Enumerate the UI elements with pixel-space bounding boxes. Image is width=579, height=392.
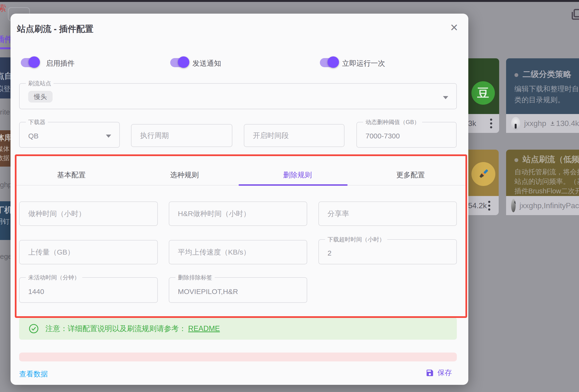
background-left-text-ghp: ghp xyxy=(0,181,12,189)
card-desc: 站点的访问频率。（基 xyxy=(514,177,579,187)
card-desc: 自动托管刷流，将会提 xyxy=(514,167,579,177)
card-title: 站点刷流（低频 xyxy=(523,154,579,165)
brush-sites-label: 刷流站点 xyxy=(26,80,54,86)
overlap-windows-icon xyxy=(571,9,579,21)
chevron-down-icon xyxy=(106,134,111,138)
hr-seed-time-input[interactable] xyxy=(169,202,307,225)
author-avatar xyxy=(511,199,516,212)
download-count: 130.4k xyxy=(556,119,579,128)
enable-plugin-label: 启用插件 xyxy=(46,59,74,68)
plugin-config-dialog: 站点刷流 - 插件配置 ✕ 启用插件 发送通知 立即运行一次 刷流站点 慢头 下… xyxy=(10,14,468,385)
hr-seed-time-field[interactable] xyxy=(169,201,307,226)
avg-upload-speed-input[interactable] xyxy=(169,241,307,264)
author-name: jxxghp xyxy=(524,119,546,128)
notice-prefix: 注意：详细配置说明以及刷流规则请参考： xyxy=(45,324,186,333)
background-card-left-3: 丁机 用钉 xyxy=(0,201,11,240)
inactive-time-input[interactable] xyxy=(20,286,157,297)
author-avatar xyxy=(511,117,520,130)
active-tab-indicator xyxy=(239,184,348,186)
bullet-icon xyxy=(514,73,518,77)
chevron-down-icon xyxy=(443,96,448,99)
background-left-glyph: 索 xyxy=(0,3,6,14)
run-once-toggle[interactable] xyxy=(320,57,338,67)
kebab-menu-icon xyxy=(488,201,490,211)
tab-label: 更多配置 xyxy=(396,170,425,180)
run-once-label: 立即运行一次 xyxy=(342,59,385,68)
paintbrush-icon xyxy=(476,167,490,181)
cron-input[interactable] xyxy=(132,125,232,146)
seed-time-field[interactable] xyxy=(19,201,158,226)
card-desc: 编辑下载和整理时自动分 xyxy=(514,84,579,94)
close-icon[interactable]: ✕ xyxy=(450,23,458,33)
download-count: 54.2k xyxy=(468,201,487,210)
download-icon xyxy=(550,120,555,127)
download-timeout-label: 下载超时时间（小时） xyxy=(325,237,387,242)
send-notification-toggle[interactable] xyxy=(170,57,188,67)
time-range-input[interactable] xyxy=(244,125,344,146)
check-circle-icon xyxy=(28,323,39,334)
background-card-left-2: 体库 媒体 数据 xyxy=(0,130,11,167)
background-card-brushflow-footer: jxxghp,InfinityPac xyxy=(506,196,579,215)
exclude-tags-field[interactable]: 删除排除标签 xyxy=(169,275,307,303)
downloader-label: 下载器 xyxy=(26,119,48,125)
douban-icon: 豆 xyxy=(477,85,489,101)
floppy-save-icon xyxy=(426,369,434,377)
tab-delete-rules[interactable]: 删除规则 xyxy=(241,165,354,185)
screen: 索 插件 点自 拟登 rite 体库 媒体 数据 ghp 丁机 用钉 ege 豆… xyxy=(0,0,579,392)
background-card-left-2-text2: 媒体 xyxy=(0,145,9,153)
background-card-brushflow: 站点刷流（低频 自动托管刷流，将会提 站点的访问频率。（基 插件BrushFlo… xyxy=(506,150,579,196)
card-title: 二级分类策略 xyxy=(523,69,571,80)
download-count: 3k xyxy=(468,119,476,128)
card-desc: 类的目录规则。 xyxy=(514,95,565,105)
site-chip[interactable]: 慢头 xyxy=(28,91,53,103)
tab-label: 删除规则 xyxy=(283,170,312,180)
warning-strip xyxy=(19,353,457,361)
browser-top-edge xyxy=(0,0,579,2)
time-range-field[interactable] xyxy=(244,124,345,147)
inactive-time-field[interactable]: 未活动时间（分钟） xyxy=(19,275,158,303)
upload-volume-field[interactable] xyxy=(19,240,158,264)
downloader-value[interactable] xyxy=(20,131,119,141)
tab-label: 选种规则 xyxy=(170,170,199,180)
bullet-icon xyxy=(514,158,518,162)
share-ratio-input[interactable] xyxy=(319,202,456,225)
background-card-category-footer: jxxghp 130.4k xyxy=(506,114,579,133)
tab-basic-config[interactable]: 基本配置 xyxy=(15,165,128,185)
dynamic-threshold-input[interactable] xyxy=(357,131,456,141)
tab-more-config[interactable]: 更多配置 xyxy=(354,165,467,185)
notice-text: 注意：详细配置说明以及刷流规则请参考：README xyxy=(45,324,220,334)
upload-volume-input[interactable] xyxy=(20,241,157,264)
enable-plugin-toggle[interactable] xyxy=(21,57,38,67)
dynamic-threshold-label: 动态删种阈值（GB） xyxy=(363,119,422,125)
background-card-douban-footer: 3k xyxy=(468,114,499,133)
background-card-left-3-text2: 用钉 xyxy=(0,217,9,226)
download-timeout-input[interactable] xyxy=(319,248,456,259)
dynamic-threshold-field[interactable]: 动态删种阈值（GB） xyxy=(357,119,457,148)
background-left-text-rite: rite xyxy=(0,108,10,116)
save-button[interactable]: 保存 xyxy=(426,368,452,378)
avg-upload-speed-field[interactable] xyxy=(169,240,307,264)
exclude-tags-label: 删除排除标签 xyxy=(175,275,215,280)
card-desc: 插件BrushFlow二次开 xyxy=(514,187,579,196)
exclude-tags-input[interactable] xyxy=(169,286,307,297)
view-data-button[interactable]: 查看数据 xyxy=(19,369,48,379)
background-card-brush-footer: 54.2k xyxy=(468,196,499,215)
tab-select-rules[interactable]: 选种规则 xyxy=(128,165,241,185)
readme-link[interactable]: README xyxy=(188,324,220,333)
downloader-select[interactable]: 下载器 xyxy=(19,119,120,148)
background-card-left-1-text: 点自 xyxy=(0,70,11,81)
brush-sites-select[interactable]: 刷流站点 慢头 xyxy=(19,80,457,109)
background-card-brush xyxy=(468,150,499,196)
download-timeout-field[interactable]: 下载超时时间（小时） xyxy=(318,237,457,264)
notice-alert: 注意：详细配置说明以及刷流规则请参考：README xyxy=(19,318,457,340)
background-card-left-2-text3: 数据 xyxy=(0,154,9,162)
background-card-left-3-text: 丁机 xyxy=(0,205,11,216)
config-tabs: 基本配置 选种规则 删除规则 更多配置 xyxy=(15,165,467,186)
seed-time-input[interactable] xyxy=(20,202,157,225)
background-left-text-ege: ege xyxy=(0,253,12,261)
kebab-menu-icon xyxy=(490,119,492,128)
background-card-left-2-text: 体库 xyxy=(0,133,11,143)
cron-field[interactable] xyxy=(131,124,232,147)
share-ratio-field[interactable] xyxy=(318,201,457,226)
tab-label: 基本配置 xyxy=(57,170,86,180)
